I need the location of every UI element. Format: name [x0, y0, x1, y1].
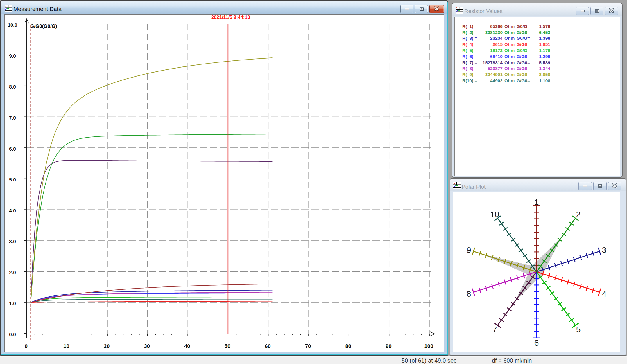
svg-text:60: 60: [265, 343, 271, 349]
svg-text:90: 90: [386, 343, 392, 349]
svg-text:70: 70: [305, 343, 311, 349]
svg-text:3.0: 3.0: [9, 239, 16, 244]
svg-text:3: 3: [602, 246, 607, 255]
svg-text:30: 30: [144, 343, 150, 349]
svg-text:50: 50: [225, 343, 231, 349]
svg-text:6: 6: [534, 338, 539, 347]
svg-text:10: 10: [63, 343, 69, 349]
svg-text:8: 8: [467, 289, 471, 298]
svg-text:1: 1: [534, 198, 539, 207]
svg-text:9: 9: [467, 246, 471, 255]
svg-text:100: 100: [424, 343, 433, 349]
svg-text:5: 5: [576, 325, 581, 334]
svg-text:2: 2: [576, 210, 581, 219]
svg-text:0: 0: [25, 343, 28, 349]
svg-text:10: 10: [490, 210, 499, 219]
svg-text:20: 20: [104, 343, 110, 349]
svg-text:7: 7: [492, 325, 497, 334]
svg-text:0.0: 0.0: [9, 332, 16, 337]
svg-text:4.0: 4.0: [9, 208, 16, 214]
svg-text:2.0: 2.0: [9, 270, 16, 275]
svg-text:1.0: 1.0: [9, 301, 16, 307]
svg-text:40: 40: [184, 343, 190, 349]
svg-text:4: 4: [602, 289, 607, 298]
svg-text:80: 80: [345, 343, 352, 349]
